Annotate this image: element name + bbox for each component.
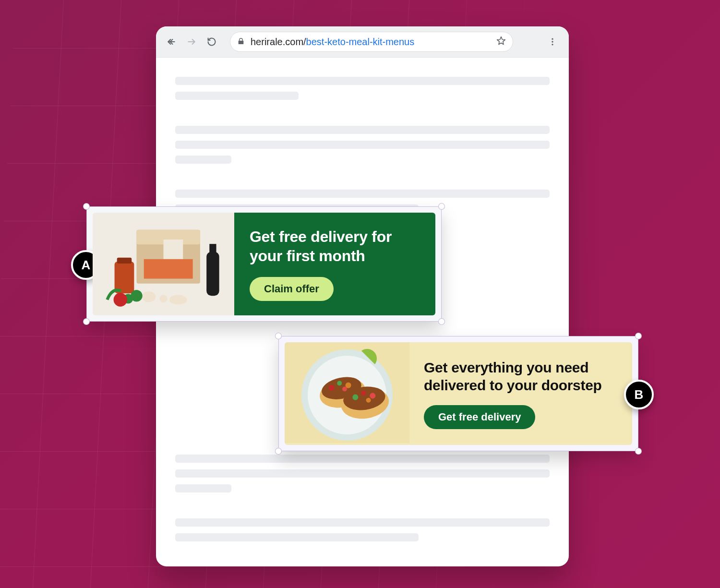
svg-rect-14 [206, 252, 219, 296]
resize-handle[interactable] [635, 448, 642, 455]
resize-handle[interactable] [83, 318, 90, 325]
ad-variant-a[interactable]: A [86, 206, 442, 322]
browser-toolbar: herirale.com/best-keto-meal-kit-menus [156, 26, 569, 58]
svg-rect-13 [117, 258, 132, 264]
ad-b-cta-button[interactable]: Get free delivery [424, 405, 535, 429]
ad-b-copy: Get everything you need delivered to you… [409, 342, 632, 445]
resize-handle[interactable] [83, 203, 90, 210]
ad-a-cta-button[interactable]: Claim offer [250, 277, 334, 301]
svg-rect-12 [115, 262, 134, 293]
resize-handle[interactable] [275, 448, 282, 455]
svg-marker-3 [497, 36, 505, 44]
ad-a-image [93, 213, 234, 315]
resize-handle[interactable] [438, 203, 445, 210]
svg-point-16 [142, 291, 156, 302]
skeleton-line [175, 190, 550, 198]
svg-point-5 [552, 41, 553, 42]
arrow-right-icon [187, 37, 196, 47]
browser-menu-button[interactable] [545, 37, 560, 47]
svg-rect-15 [209, 244, 216, 253]
skeleton-line [175, 518, 550, 527]
svg-rect-11 [144, 259, 193, 279]
variant-label-b: B [624, 380, 654, 409]
kebab-menu-icon [548, 37, 557, 47]
resize-handle[interactable] [438, 318, 445, 325]
resize-handle[interactable] [275, 333, 282, 339]
skeleton-line [175, 469, 550, 478]
url-domain: herirale.com/ [251, 36, 306, 47]
svg-point-19 [114, 293, 128, 307]
ad-b-image [285, 342, 409, 445]
skeleton-line [175, 92, 299, 100]
skeleton-line [175, 156, 231, 164]
skeleton-line [175, 126, 550, 134]
svg-point-6 [552, 44, 553, 45]
reload-icon [207, 37, 216, 47]
skeleton-line [175, 484, 231, 492]
svg-point-4 [552, 38, 553, 40]
ad-a-headline: Get free delivery for your first month [250, 227, 420, 265]
svg-point-20 [159, 295, 167, 302]
skeleton-line [175, 141, 550, 149]
bookmark-star-icon[interactable] [496, 36, 506, 48]
skeleton-line [175, 77, 550, 85]
resize-handle[interactable] [635, 333, 642, 339]
forward-button[interactable] [185, 35, 198, 48]
svg-point-21 [169, 295, 187, 304]
skeleton-line [175, 533, 419, 541]
address-bar[interactable]: herirale.com/best-keto-meal-kit-menus [230, 32, 513, 52]
reload-button[interactable] [205, 35, 218, 48]
back-button[interactable] [165, 35, 178, 48]
ad-variant-b[interactable]: B [278, 336, 638, 451]
url-path: best-keto-meal-kit-menus [306, 36, 415, 47]
ad-b-headline: Get everything you need delivered to you… [424, 359, 618, 395]
lock-icon [237, 36, 245, 48]
skeleton-line [175, 455, 550, 463]
url-text: herirale.com/best-keto-meal-kit-menus [251, 36, 414, 48]
ad-a-copy: Get free delivery for your first month C… [234, 213, 435, 315]
